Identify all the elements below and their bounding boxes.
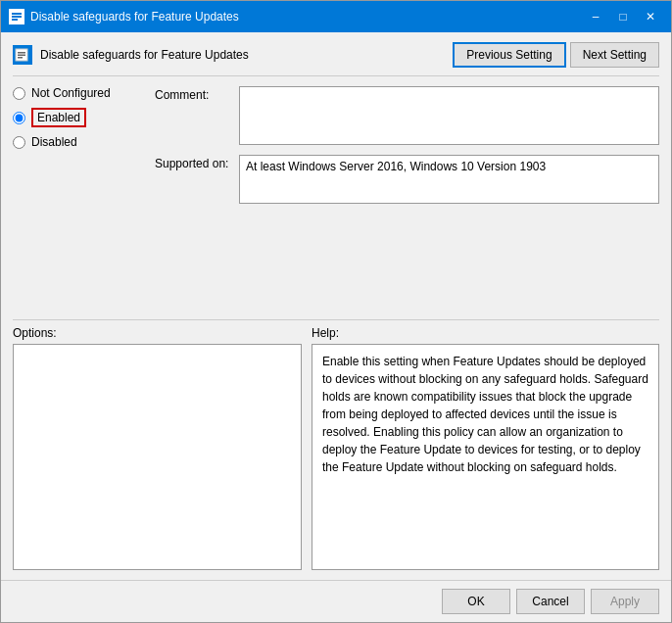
svg-rect-6 — [18, 55, 25, 57]
minimize-button[interactable]: – — [583, 7, 608, 26]
disabled-option[interactable]: Disabled — [13, 135, 147, 149]
footer: OK Cancel Apply — [1, 580, 671, 622]
enabled-label: Enabled — [31, 108, 86, 127]
supported-label: Supported on: — [155, 155, 233, 170]
supported-value: At least Windows Server 2016, Windows 10… — [239, 155, 659, 204]
previous-setting-button[interactable]: Previous Setting — [453, 42, 565, 68]
enabled-radio[interactable] — [13, 112, 25, 124]
help-text: Enable this setting when Feature Updates… — [322, 355, 648, 474]
header-title-text: Disable safeguards for Feature Updates — [40, 48, 249, 62]
options-label: Options: — [13, 326, 302, 340]
section-divider — [13, 319, 659, 320]
not-configured-radio[interactable] — [13, 87, 25, 100]
window-controls: – □ ✕ — [583, 7, 663, 26]
svg-rect-7 — [18, 57, 23, 59]
header-buttons: Previous Setting Next Setting — [453, 42, 659, 68]
options-panel — [13, 344, 302, 571]
dialog-title: Disable safeguards for Feature Updates — [13, 45, 249, 65]
window-title: Disable safeguards for Feature Updates — [30, 10, 583, 24]
window-icon — [9, 9, 24, 24]
bottom-section: Enable this setting when Feature Updates… — [13, 344, 659, 571]
enabled-option[interactable]: Enabled — [13, 108, 147, 127]
svg-rect-2 — [12, 16, 22, 18]
close-button[interactable]: ✕ — [638, 7, 663, 26]
svg-rect-5 — [18, 52, 25, 54]
header-row: Disable safeguards for Feature Updates P… — [13, 42, 659, 76]
svg-rect-1 — [12, 13, 22, 15]
not-configured-option[interactable]: Not Configured — [13, 86, 147, 100]
cancel-button[interactable]: Cancel — [516, 589, 585, 614]
help-panel: Enable this setting when Feature Updates… — [312, 344, 659, 571]
content-area: Disable safeguards for Feature Updates P… — [1, 32, 671, 580]
disabled-label: Disabled — [31, 135, 77, 149]
comment-label: Comment: — [155, 86, 233, 102]
comment-row: Comment: — [155, 86, 659, 145]
ok-button[interactable]: OK — [442, 589, 510, 614]
title-bar: Disable safeguards for Feature Updates –… — [1, 1, 671, 32]
next-setting-button[interactable]: Next Setting — [570, 42, 659, 68]
comment-input[interactable] — [239, 86, 659, 145]
maximize-button[interactable]: □ — [610, 7, 636, 26]
not-configured-label: Not Configured — [31, 86, 111, 100]
main-body: Not Configured Enabled Disabled Comment: — [13, 86, 659, 313]
main-window: Disable safeguards for Feature Updates –… — [0, 0, 672, 623]
policy-icon — [13, 45, 32, 65]
help-label: Help: — [312, 326, 659, 340]
left-panel: Not Configured Enabled Disabled — [13, 86, 155, 313]
section-labels: Options: Help: — [13, 326, 659, 340]
supported-row: Supported on: At least Windows Server 20… — [155, 155, 659, 204]
radio-group: Not Configured Enabled Disabled — [13, 86, 147, 149]
right-panel: Comment: Supported on: At least Windows … — [155, 86, 659, 313]
apply-button[interactable]: Apply — [591, 589, 659, 614]
disabled-radio[interactable] — [13, 136, 25, 149]
svg-rect-3 — [12, 19, 18, 21]
